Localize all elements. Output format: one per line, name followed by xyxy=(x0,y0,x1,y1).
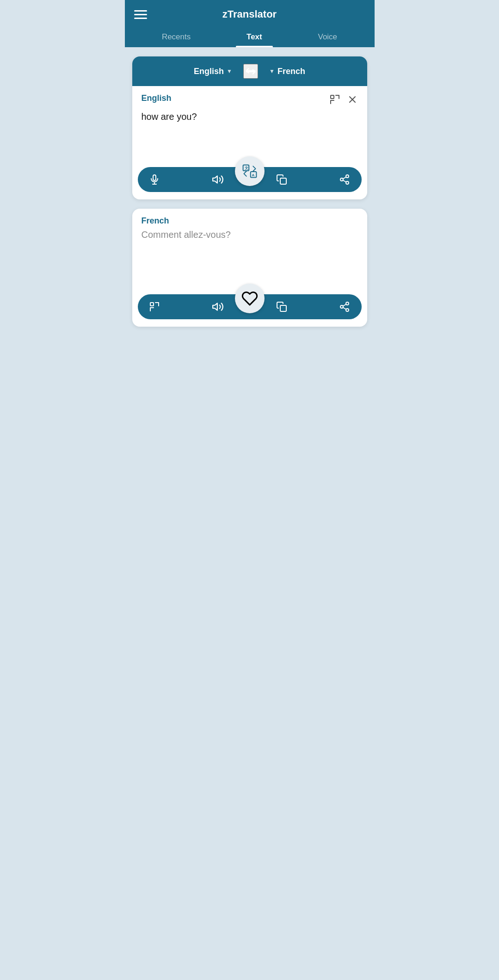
svg-line-25 xyxy=(343,304,346,306)
svg-rect-4 xyxy=(153,175,156,180)
target-language-chevron-icon: ▼ xyxy=(269,68,275,74)
tab-voice[interactable]: Voice xyxy=(308,28,346,47)
source-input-area: English how a xyxy=(132,86,367,167)
svg-marker-7 xyxy=(213,176,217,183)
svg-line-17 xyxy=(343,177,346,179)
source-input-header: English xyxy=(142,93,358,108)
source-language-chevron-icon: ▼ xyxy=(227,68,232,74)
target-input-area: French Comment allez-vous? xyxy=(132,209,367,294)
svg-rect-1 xyxy=(331,95,334,99)
source-action-icons xyxy=(329,94,358,107)
microphone-button[interactable] xyxy=(147,172,162,187)
target-lang-label: French xyxy=(142,216,169,225)
speaker-button[interactable] xyxy=(210,172,226,187)
svg-line-24 xyxy=(343,308,346,310)
swap-languages-button[interactable] xyxy=(243,64,258,79)
tab-bar: Recents Text Voice xyxy=(134,28,365,47)
source-language-label: English xyxy=(194,67,224,76)
main-content: English ▼ ▼ French English xyxy=(125,47,375,336)
language-selector-bar: English ▼ ▼ French xyxy=(132,56,367,86)
target-toolbar xyxy=(138,294,362,319)
app-header: zTranslator Recents Text Voice xyxy=(125,0,375,47)
expand-button[interactable] xyxy=(329,94,340,107)
target-speaker-button[interactable] xyxy=(210,299,226,315)
svg-rect-20 xyxy=(280,305,286,311)
svg-line-16 xyxy=(343,180,346,182)
svg-text:A: A xyxy=(252,173,254,177)
target-language-label: French xyxy=(277,67,305,76)
svg-rect-12 xyxy=(280,178,286,184)
target-language-selector[interactable]: ▼ French xyxy=(269,67,305,76)
source-language-selector[interactable]: English ▼ xyxy=(194,67,232,76)
source-toolbar: 文 A xyxy=(138,167,362,192)
hamburger-menu-icon[interactable] xyxy=(134,10,147,19)
target-share-button[interactable] xyxy=(337,299,352,314)
svg-text:文: 文 xyxy=(245,166,248,170)
translate-button[interactable]: 文 A xyxy=(235,156,265,186)
app-title: zTranslator xyxy=(222,8,277,20)
svg-marker-19 xyxy=(213,303,217,310)
source-lang-label: English xyxy=(142,93,172,103)
header-top: zTranslator xyxy=(134,8,365,28)
target-expand-button[interactable] xyxy=(147,299,162,314)
tab-recents[interactable]: Recents xyxy=(153,28,200,47)
copy-button[interactable] xyxy=(274,172,289,187)
svg-rect-18 xyxy=(150,303,154,306)
target-card: French Comment allez-vous? xyxy=(132,209,367,327)
tab-text[interactable]: Text xyxy=(237,28,271,47)
target-copy-button[interactable] xyxy=(274,299,289,314)
close-button[interactable] xyxy=(347,94,358,107)
favorite-button[interactable] xyxy=(235,284,265,313)
source-card: English ▼ ▼ French English xyxy=(132,56,367,199)
share-button[interactable] xyxy=(337,172,352,187)
